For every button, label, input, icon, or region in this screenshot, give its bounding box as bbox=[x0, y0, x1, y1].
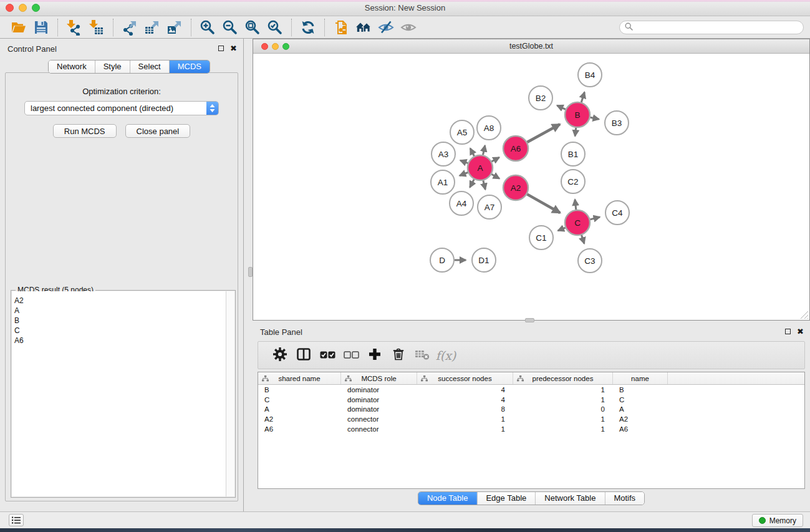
column-header-predecessor-nodes[interactable]: predecessor nodes bbox=[513, 372, 613, 384]
table-row[interactable]: Adominator80A bbox=[258, 405, 804, 415]
graph-node-A1[interactable]: A1 bbox=[431, 170, 455, 194]
table-cell[interactable]: dominator bbox=[341, 396, 417, 404]
new-network-from-selection-button[interactable] bbox=[330, 18, 352, 37]
graph-node-C4[interactable]: C4 bbox=[605, 201, 629, 225]
table-cell[interactable]: B bbox=[613, 386, 668, 394]
graph-edge-A-A3[interactable] bbox=[460, 160, 468, 163]
graph-node-A8[interactable]: A8 bbox=[477, 116, 501, 140]
graph-node-B2[interactable]: B2 bbox=[529, 86, 552, 110]
select-all-columns-button[interactable] bbox=[316, 345, 339, 366]
memory-button[interactable]: Memory bbox=[752, 514, 803, 527]
graph-node-B1[interactable]: B1 bbox=[561, 142, 585, 166]
graph-node-D[interactable]: D bbox=[430, 248, 454, 272]
graph-edge-B-B3[interactable] bbox=[591, 117, 599, 119]
graph-node-A2[interactable]: A2 bbox=[503, 175, 528, 200]
graph-edge-A-A4[interactable] bbox=[470, 180, 475, 188]
home-button[interactable] bbox=[352, 18, 375, 37]
column-header-successor-nodes[interactable]: successor nodes bbox=[417, 372, 513, 384]
table-cell[interactable]: 0 bbox=[513, 405, 613, 413]
column-header-name[interactable]: name bbox=[613, 372, 668, 384]
graph-node-B[interactable]: B bbox=[565, 102, 590, 127]
tab-network-table[interactable]: Network Table bbox=[536, 492, 605, 505]
search-input[interactable] bbox=[636, 23, 798, 32]
tab-mcds[interactable]: MCDS bbox=[170, 60, 210, 73]
network-window-titlebar[interactable]: testGlobe.txt bbox=[253, 39, 809, 54]
export-network-button[interactable] bbox=[118, 18, 141, 37]
table-row[interactable]: Cdominator41C bbox=[258, 395, 804, 405]
delete-columns-button[interactable] bbox=[387, 345, 410, 366]
table-settings-button[interactable] bbox=[268, 345, 292, 366]
table-float-panel-button[interactable] bbox=[784, 327, 792, 336]
graph-node-B4[interactable]: B4 bbox=[578, 63, 602, 87]
export-image-button[interactable] bbox=[163, 18, 186, 37]
table-cell[interactable]: A2 bbox=[258, 415, 341, 423]
graph-edge-C-C1[interactable] bbox=[558, 228, 566, 231]
tab-network[interactable]: Network bbox=[49, 60, 95, 73]
optimization-criterion-select[interactable]: largest connected component (directed) bbox=[24, 101, 219, 115]
zoom-out-button[interactable] bbox=[219, 18, 241, 37]
vertical-splitter-handle[interactable] bbox=[248, 267, 253, 277]
table-cell[interactable]: A bbox=[613, 405, 668, 413]
table-cell[interactable]: 1 bbox=[417, 425, 513, 433]
mcds-result-item[interactable]: C bbox=[12, 326, 226, 336]
table-cell[interactable]: A6 bbox=[258, 425, 341, 433]
destroy-table-button[interactable] bbox=[410, 345, 434, 366]
table-cell[interactable]: 8 bbox=[417, 405, 513, 413]
table-cell[interactable]: C bbox=[258, 396, 341, 404]
graph-edge-A-A7[interactable] bbox=[483, 180, 485, 189]
tab-style[interactable]: Style bbox=[95, 60, 130, 73]
show-columns-button[interactable] bbox=[292, 345, 316, 366]
float-panel-button[interactable] bbox=[217, 44, 225, 52]
table-cell[interactable]: 1 bbox=[417, 415, 513, 423]
mcds-result-item[interactable]: A6 bbox=[12, 336, 226, 346]
graph-edge-A-A1[interactable] bbox=[460, 173, 468, 176]
table-cell[interactable]: 1 bbox=[513, 386, 613, 394]
show-hidden-panels-button[interactable] bbox=[9, 514, 24, 526]
import-network-button[interactable] bbox=[63, 18, 85, 37]
function-builder-button[interactable]: f(x) bbox=[434, 345, 458, 366]
close-panel-button-x[interactable]: ✖ bbox=[229, 44, 238, 52]
table-row[interactable]: A2connector11A2 bbox=[258, 414, 804, 424]
graph-edge-A6-B[interactable] bbox=[527, 124, 559, 142]
table-cell[interactable]: A6 bbox=[613, 425, 668, 433]
search-box[interactable] bbox=[619, 21, 804, 34]
table-cell[interactable]: dominator bbox=[341, 386, 417, 394]
save-session-button[interactable] bbox=[30, 18, 52, 37]
graph-node-A4[interactable]: A4 bbox=[450, 191, 473, 215]
graph-edge-A-A6[interactable] bbox=[491, 157, 499, 162]
graph-edge-B-B4[interactable] bbox=[581, 92, 584, 102]
graph-node-C1[interactable]: C1 bbox=[529, 226, 553, 249]
graph-node-D1[interactable]: D1 bbox=[472, 248, 496, 272]
mcds-result-item[interactable]: B bbox=[12, 316, 226, 326]
hide-selected-button[interactable] bbox=[375, 18, 397, 37]
table-cell[interactable]: A2 bbox=[613, 415, 668, 423]
export-table-button[interactable] bbox=[141, 18, 163, 37]
graph-edge-C-C4[interactable] bbox=[590, 217, 599, 220]
result-list-scrollbar[interactable] bbox=[226, 291, 234, 496]
open-session-button[interactable] bbox=[7, 18, 30, 37]
zoom-in-button[interactable] bbox=[196, 18, 219, 37]
graph-edge-A-A8[interactable] bbox=[483, 145, 485, 155]
graph-edge-A-A5[interactable] bbox=[470, 148, 474, 156]
close-panel-button[interactable]: Close panel bbox=[125, 124, 191, 138]
mcds-result-list[interactable]: A2ABCA6 bbox=[12, 291, 226, 496]
graph-node-A[interactable]: A bbox=[468, 155, 493, 180]
column-header-shared-name[interactable]: shared name bbox=[258, 372, 341, 384]
graph-edge-C-C2[interactable] bbox=[575, 200, 576, 210]
import-table-button[interactable] bbox=[85, 18, 108, 37]
table-cell[interactable]: connector bbox=[341, 425, 417, 433]
graph-edge-A2-C[interactable] bbox=[527, 194, 560, 213]
graph-edge-B-B2[interactable] bbox=[557, 105, 566, 109]
graph-edge-C-C3[interactable] bbox=[582, 235, 584, 243]
table-cell[interactable]: 1 bbox=[513, 415, 613, 423]
tab-edge-table[interactable]: Edge Table bbox=[477, 492, 536, 505]
table-row[interactable]: A6connector11A6 bbox=[258, 424, 804, 434]
mcds-result-item[interactable]: A bbox=[12, 306, 226, 316]
mcds-result-item[interactable]: A2 bbox=[12, 296, 226, 306]
show-all-button[interactable] bbox=[397, 18, 420, 37]
table-row[interactable]: Bdominator41B bbox=[258, 385, 804, 395]
table-cell[interactable]: 4 bbox=[417, 396, 513, 404]
refresh-button[interactable] bbox=[297, 18, 319, 37]
graph-node-A6[interactable]: A6 bbox=[503, 136, 528, 161]
graph-node-C2[interactable]: C2 bbox=[561, 170, 585, 193]
